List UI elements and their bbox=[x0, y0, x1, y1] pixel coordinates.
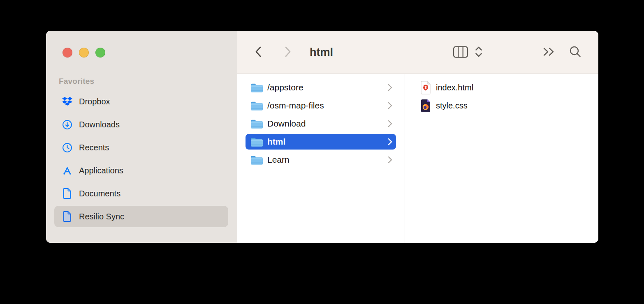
folder-name: /appstore bbox=[267, 83, 303, 92]
close-button[interactable] bbox=[63, 48, 72, 58]
folder-name: Learn bbox=[267, 155, 290, 165]
minimize-button[interactable] bbox=[79, 48, 89, 58]
sidebar-item-label: Documents bbox=[79, 189, 120, 198]
column-browser: /appstore /osm-map-files bbox=[237, 74, 598, 243]
sidebar-item-documents[interactable]: Documents bbox=[54, 183, 228, 204]
folder-row-appstore[interactable]: /appstore bbox=[237, 78, 405, 97]
file-name: style.css bbox=[436, 101, 468, 111]
more-toolbar-items-button[interactable] bbox=[542, 31, 556, 74]
chevron-right-icon bbox=[387, 120, 392, 128]
folder-row-osm-map-files[interactable]: /osm-map-files bbox=[237, 97, 405, 115]
sidebar-section-header: Favorites bbox=[59, 77, 94, 86]
forward-button[interactable] bbox=[283, 31, 292, 74]
folder-icon bbox=[250, 118, 264, 129]
folder-row-learn[interactable]: Learn bbox=[237, 151, 405, 169]
folder-icon bbox=[250, 82, 264, 93]
search-icon bbox=[569, 45, 582, 60]
brave-html-file-icon bbox=[420, 81, 431, 94]
folder-row-download[interactable]: Download bbox=[237, 115, 405, 133]
file-row-style-css[interactable]: style.css bbox=[405, 97, 598, 115]
chevron-right-icon bbox=[387, 101, 392, 110]
sidebar-item-recents[interactable]: Recents bbox=[54, 137, 228, 158]
chevron-up-down-icon bbox=[474, 46, 483, 59]
window-controls bbox=[63, 48, 105, 58]
sidebar-items: Dropbox Downloads Recents Applications bbox=[54, 91, 228, 229]
sidebar-item-downloads[interactable]: Downloads bbox=[54, 114, 228, 135]
applications-icon bbox=[62, 165, 72, 176]
sidebar-item-label: Recents bbox=[79, 143, 109, 152]
chevron-right-icon bbox=[387, 83, 392, 92]
document-icon bbox=[62, 188, 72, 199]
downloads-icon bbox=[62, 119, 72, 130]
back-button[interactable] bbox=[254, 31, 263, 74]
window-title: html bbox=[310, 31, 333, 74]
folder-name: /osm-map-files bbox=[267, 101, 324, 111]
sidebar-item-label: Dropbox bbox=[79, 97, 110, 106]
sidebar-item-label: Downloads bbox=[79, 120, 120, 129]
column-view-icon bbox=[453, 46, 468, 60]
sidebar-item-dropbox[interactable]: Dropbox bbox=[54, 91, 228, 112]
toolbar: html bbox=[237, 31, 598, 74]
chevron-right-icon bbox=[283, 46, 292, 59]
sidebar-item-applications[interactable]: Applications bbox=[54, 160, 228, 181]
chevron-right-icon bbox=[387, 138, 392, 146]
folder-column: /appstore /osm-map-files bbox=[237, 74, 405, 243]
file-row-index-html[interactable]: index.html bbox=[405, 78, 598, 97]
chevron-right-icon bbox=[387, 156, 392, 164]
content-area: html bbox=[237, 31, 598, 243]
document-filled-icon bbox=[62, 211, 72, 222]
view-options-button[interactable] bbox=[474, 46, 483, 59]
firefox-css-file-icon bbox=[420, 99, 431, 113]
sidebar-item-resilio-sync[interactable]: Resilio Sync bbox=[54, 206, 228, 227]
sidebar-item-label: Resilio Sync bbox=[79, 212, 124, 221]
folder-name: html bbox=[267, 137, 285, 147]
search-button[interactable] bbox=[569, 31, 582, 74]
folder-row-html[interactable]: html bbox=[237, 133, 405, 151]
zoom-button[interactable] bbox=[95, 48, 105, 58]
double-chevron-right-icon bbox=[542, 46, 556, 58]
chevron-left-icon bbox=[254, 46, 263, 59]
folder-icon bbox=[250, 136, 264, 147]
folder-name: Download bbox=[267, 119, 306, 129]
clipped-section-header: iCloud bbox=[59, 242, 83, 243]
column-view-button[interactable] bbox=[453, 46, 468, 60]
folder-icon bbox=[250, 100, 264, 111]
sidebar: Favorites Dropbox Downloads Recents bbox=[46, 31, 237, 243]
file-name: index.html bbox=[436, 83, 473, 92]
recents-clock-icon bbox=[62, 142, 72, 153]
finder-window: Favorites Dropbox Downloads Recents bbox=[46, 31, 598, 243]
folder-icon bbox=[250, 154, 264, 166]
sidebar-item-label: Applications bbox=[79, 166, 123, 175]
dropbox-icon bbox=[62, 96, 72, 107]
file-column: index.html bbox=[405, 74, 598, 243]
